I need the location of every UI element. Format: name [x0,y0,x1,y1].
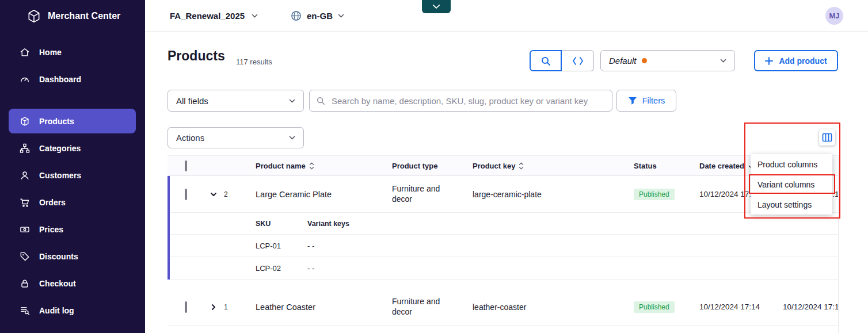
chevron-down-icon [720,59,726,63]
cell-sku: LCP-01 [256,242,307,250]
menu-item-product-columns[interactable]: Product columns [751,154,832,174]
status-badge: Published [634,189,675,200]
row-checkbox[interactable] [185,189,187,200]
plus-icon [765,57,773,65]
menu-item-layout-settings[interactable]: Layout settings [751,194,832,215]
orders-icon [19,197,31,208]
variant-count: 2 [224,190,228,198]
filters-button[interactable]: Filters [616,90,676,112]
topbar: FA_Renewal_2025 en-GB MJ [145,0,868,32]
row-checkbox[interactable] [185,301,187,313]
chevron-down-icon [289,99,295,103]
row-group-spacer [167,280,838,289]
avatar[interactable]: MJ [825,7,843,25]
add-product-button[interactable]: Add product [754,50,838,71]
cell-product-key: leather-coaster [473,303,634,312]
sidebar-item-label: Prices [39,225,63,234]
chevron-down-icon [289,136,295,140]
header-label: Status [634,162,657,170]
nav-spacer [0,93,145,108]
search-input[interactable] [309,90,612,112]
categories-icon [19,143,31,154]
search-icon [540,56,551,66]
row-checkbox-cell [167,303,203,312]
sidebar-item-orders[interactable]: Orders [0,189,145,216]
row-checkbox-cell [167,190,203,199]
sub-header-sku: SKU [256,220,307,228]
sidebar-item-prices[interactable]: Prices [0,216,145,243]
sidebar-item-label: Products [39,117,74,126]
sidebar-item-label: Discounts [39,252,78,261]
sort-icon [309,162,314,170]
sidebar-item-categories[interactable]: Categories [0,135,145,162]
sidebar-item-discounts[interactable]: Discounts [0,243,145,270]
project-name: FA_Renewal_2025 [170,11,245,21]
cell-date-created: 10/12/2024 17:14 [699,303,783,311]
add-product-label: Add product [779,56,827,66]
appbar-expand-button[interactable] [422,0,451,13]
menu-item-variant-columns[interactable]: Variant columns [751,174,832,194]
status-badge: Published [634,301,675,313]
variant-row[interactable]: LCP-01 - - [167,235,838,257]
prices-icon [19,224,31,235]
merchant-center-logo-icon [26,9,41,24]
view-select-value: Default [609,56,637,66]
search-field-select[interactable]: All fields [167,90,304,112]
customers-icon [19,170,31,181]
table-row[interactable]: 2 Large Ceramic Plate Furniture and deco… [167,176,838,213]
header-product-name[interactable]: Product name [248,162,392,170]
sidebar-nav: Home Dashboard Products Categories Custo… [0,39,145,324]
cell-product-type: Furniture and decor [392,184,473,204]
column-settings-button[interactable] [819,129,835,146]
search-box [309,90,612,112]
page-title: Products [167,48,225,64]
select-all-checkbox[interactable] [185,160,187,171]
project-selector[interactable]: FA_Renewal_2025 [170,0,258,32]
cell-product-name: Leather Coaster [248,303,392,312]
app-window: Merchant Center Home Dashboard Products … [0,0,868,333]
header-label: Product key [473,162,515,170]
audit-log-icon [19,305,31,316]
sidebar-item-home[interactable]: Home [0,39,145,66]
locale-label: en-GB [307,11,333,21]
header-label: Product name [256,162,306,170]
header-label: Date created [699,162,744,170]
cell-product-name: Large Ceramic Plate [248,190,392,199]
sidebar-item-dashboard[interactable]: Dashboard [0,66,145,93]
dashboard-icon [19,74,31,85]
chevron-down-icon [432,4,440,9]
locale-selector[interactable]: en-GB [291,0,344,32]
sidebar-item-audit-log[interactable]: Audit log [0,297,145,324]
main-content: Products 117 results Default Add product… [145,32,868,333]
search-field-value: All fields [176,96,208,106]
collapse-row-button[interactable] [208,189,219,200]
unsaved-changes-dot [642,58,647,63]
sidebar-item-products[interactable]: Products [0,108,145,135]
cell-product-type: Furniture and decor [392,297,473,317]
actions-select[interactable]: Actions [167,127,304,148]
code-brackets-icon [572,57,584,65]
sidebar-item-label: Dashboard [39,75,81,84]
table-row[interactable]: 1 Leather Coaster Furniture and decor le… [167,289,838,326]
cell-sku: LCP-02 [256,264,307,273]
products-table: Product name Product type Product key St… [167,155,839,333]
product-row-group-expanded: 2 Large Ceramic Plate Furniture and deco… [167,176,838,280]
funnel-icon [628,97,637,105]
home-icon [19,47,31,58]
simple-search-toggle-button[interactable] [530,50,562,71]
sidebar-item-checkout[interactable]: Checkout [0,270,145,297]
header-product-key[interactable]: Product key [473,162,634,170]
expand-row-button[interactable] [208,302,219,312]
search-mode-toggle [530,50,594,71]
header-label: Product type [392,162,437,170]
variant-subtable-header: SKU Variant keys [167,213,838,235]
sidebar-item-customers[interactable]: Customers [0,162,145,189]
sidebar-item-label: Categories [39,144,81,153]
results-count: 117 results [236,58,272,66]
variant-row[interactable]: LCP-02 - - [167,257,838,280]
actions-label: Actions [176,133,204,143]
advanced-query-toggle-button[interactable] [562,50,594,71]
header-product-type: Product type [392,162,473,170]
view-select[interactable]: Default [600,50,735,71]
products-icon [19,116,31,127]
